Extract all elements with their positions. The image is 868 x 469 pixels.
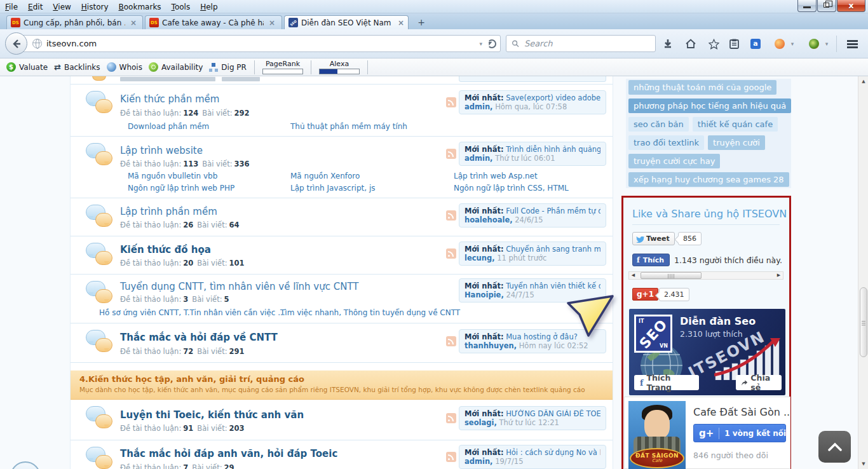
forum-title-link[interactable]: Kiến thức phần mềm — [120, 93, 219, 105]
rss-icon[interactable] — [446, 248, 456, 259]
latest-post-user[interactable]: thanhhuyen, — [465, 341, 517, 350]
google-plus-one-button[interactable]: g+1 — [632, 288, 658, 301]
restore-button[interactable] — [817, 0, 836, 12]
latest-post-user[interactable]: admin, — [465, 102, 492, 111]
forum-title-link[interactable]: Thắc mắc và hỏi đáp về CNTT — [120, 332, 278, 343]
forum-title-link[interactable]: Thắc mắc hỏi đáp anh văn, hỏi đáp Toeic — [120, 448, 337, 459]
scrollbar-thumb[interactable] — [860, 287, 867, 357]
tab-close-icon[interactable] — [398, 18, 404, 27]
tag-link[interactable]: seo căn bản — [628, 117, 689, 132]
alexa-toolbar-button[interactable]: a — [749, 37, 763, 51]
subforum-link[interactable]: Ngôn ngữ lập trình CSS, HTML — [454, 184, 569, 193]
scroll-left-icon[interactable]: ◀ — [629, 272, 637, 279]
horizontal-scrollbar[interactable]: ◀ ▶ — [628, 271, 783, 280]
reload-icon[interactable] — [487, 39, 496, 48]
forum-title-link[interactable]: Luyện thi Toeic, kiến thức anh văn — [120, 409, 304, 421]
pagerank-widget[interactable]: PageRank — [262, 60, 303, 74]
rss-icon[interactable] — [446, 149, 456, 159]
search-input[interactable] — [523, 38, 650, 49]
tag-link[interactable]: truyện cười cực hay — [628, 154, 720, 168]
tag-link[interactable]: trao đổi textlink — [628, 135, 704, 150]
menu-bookmarks[interactable]: Bookmarks — [114, 1, 166, 13]
tweet-button[interactable]: Tweet — [632, 232, 675, 245]
category-title[interactable]: 4.Kiến thức học tập, anh văn, giải trí, … — [79, 374, 604, 384]
latest-post-user[interactable]: admin, — [465, 457, 492, 466]
download-button[interactable] — [661, 37, 675, 51]
latest-post-user[interactable]: admin, — [465, 154, 492, 163]
latest-post-user[interactable]: lecung, — [465, 254, 495, 262]
corner-chat-bubble[interactable] — [10, 461, 41, 469]
rss-icon[interactable] — [446, 452, 456, 462]
gplus-page-title[interactable]: Cafe Đất Sài Gòn .. — [693, 406, 790, 418]
subforum-link[interactable]: Ngôn ngữ lập trình web PHP — [128, 184, 234, 193]
latest-post-link[interactable]: Full Code - Phần mềm tự động ... — [506, 207, 600, 215]
tag-link[interactable]: xếp hạng huy chương sea games 28 — [628, 172, 789, 187]
latest-post-link[interactable]: Hỏi : cách sử dụng No và Not ... — [506, 448, 600, 457]
scroll-right-icon[interactable]: ▶ — [775, 272, 783, 279]
gplus-follow-button[interactable]: g+ 1 vòng kết nối — [693, 424, 786, 442]
fb-share-button[interactable]: Chia sẻ — [736, 375, 782, 390]
tab-1[interactable]: DS Cung cấp, phân phối, bán ... — [6, 15, 143, 29]
back-button[interactable] — [5, 32, 27, 55]
latest-post-user[interactable]: hoalehoale, — [465, 215, 513, 224]
close-button[interactable]: x — [837, 0, 865, 12]
tag-link[interactable]: những thuật toán mới của google — [628, 80, 776, 95]
tag-link[interactable]: thiết kế quán cafe — [693, 117, 778, 132]
vertical-scrollbar[interactable]: ▲ ▼ — [858, 76, 868, 469]
availability-button[interactable]: Availability — [149, 62, 203, 72]
subforum-link[interactable]: Mã nguồn Xenforo — [290, 172, 360, 180]
subforum-link[interactable]: Hồ sơ ứng viên CNTT, T.Tin nhân viên cần… — [99, 308, 285, 317]
rss-icon[interactable] — [446, 413, 456, 423]
menu-tools[interactable]: Tools — [166, 1, 196, 13]
tab-3-active[interactable]: SEO Diễn đàn SEO Việt Nam - C... — [284, 15, 409, 29]
latest-post-link[interactable]: Chuyển ảnh sang tranh màu n... — [506, 245, 600, 254]
backlinks-button[interactable]: ⇄Backlinks — [54, 62, 100, 72]
tab-close-icon[interactable] — [269, 18, 275, 27]
whois-button[interactable]: Whois — [107, 62, 142, 72]
latest-post-user[interactable]: Hanoipie, — [465, 290, 504, 299]
subforum-link[interactable]: Mã nguồn vbulletin vbb — [128, 172, 217, 180]
menu-view[interactable]: View — [48, 1, 76, 13]
facebook-like-button[interactable]: f Thích — [632, 254, 670, 266]
forum-title-link[interactable]: Lập trình website — [120, 145, 203, 156]
subforum-link[interactable]: Tìm việc nhanh, Thông tin tuyển dụng về … — [280, 308, 460, 317]
subforum-link[interactable]: Thủ thuật phần mềm máy tính — [290, 122, 407, 131]
valuate-button[interactable]: $Valuate — [6, 62, 48, 72]
latest-post-link[interactable]: HƯỚNG DẪN GIẢI ĐỀ TOEIC P... — [506, 409, 600, 418]
menu-edit[interactable]: Edit — [23, 1, 48, 13]
menu-panel-button[interactable] — [845, 37, 859, 51]
forum-title-link[interactable]: Lập trình phần mềm — [120, 206, 217, 217]
subforum-link[interactable]: Lập trình web Asp.net — [454, 172, 538, 180]
tab-close-icon[interactable] — [130, 18, 137, 27]
digpr-button[interactable]: Dig PR — [209, 63, 247, 72]
latest-post-user[interactable]: seolagi, — [465, 418, 497, 427]
addon-2-menu[interactable]: ▾ — [822, 37, 831, 51]
menu-help[interactable]: Help — [195, 1, 222, 13]
addon-1-menu[interactable]: ▾ — [788, 37, 797, 51]
tag-link[interactable]: phương pháp học tiếng anh hiệu quả — [628, 99, 791, 113]
subforum-link[interactable]: Download phần mềm — [128, 122, 209, 131]
fb-page-title[interactable]: Diễn đàn Seo — [680, 315, 756, 327]
fb-like-page-button[interactable]: f Thích Trang — [634, 375, 699, 390]
search-box[interactable] — [506, 35, 656, 52]
alexa-widget[interactable]: Alexa — [319, 60, 360, 74]
url-dropdown-icon[interactable]: ▾ — [479, 41, 482, 47]
scroll-up-icon[interactable]: ▲ — [858, 79, 868, 84]
forum-title-link[interactable]: Tuyển dụng CNTT, tìm nhân viên về lĩnh v… — [120, 281, 359, 292]
minimize-button[interactable] — [797, 0, 817, 12]
latest-post-link[interactable]: Trình diễn hình ảnh quảng cáo... — [506, 145, 600, 154]
addon-2-button[interactable] — [807, 37, 821, 51]
latest-post-link[interactable]: Tuyển nhân viên thiết kế đồ h... — [506, 282, 600, 290]
rss-icon[interactable] — [446, 336, 456, 346]
tab-2[interactable]: DS Cafe take away - Cà phê hạ... — [145, 15, 282, 29]
new-tab-button[interactable]: + — [413, 17, 430, 29]
bookmark-star-button[interactable] — [707, 37, 721, 51]
scroll-to-top-button[interactable] — [818, 431, 851, 463]
url-bar[interactable]: itseovn.com ▾ — [18, 35, 501, 52]
bookmarks-panel-button[interactable] — [727, 37, 741, 51]
scroll-down-icon[interactable]: ▼ — [858, 461, 868, 466]
subforum-link[interactable]: Lập trình Javascript, js — [290, 184, 375, 193]
latest-post-link[interactable]: Save(export) video adobe pre... — [506, 93, 600, 102]
rss-icon[interactable] — [446, 210, 456, 221]
home-button[interactable] — [684, 37, 698, 51]
